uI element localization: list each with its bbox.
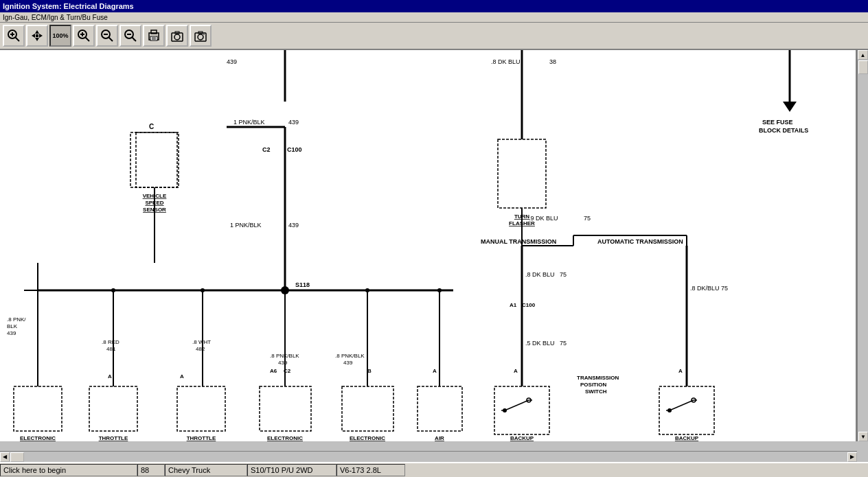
- svg-text:A: A: [180, 373, 184, 380]
- svg-text:C2: C2: [262, 146, 271, 153]
- svg-line-135: [505, 400, 529, 410]
- title-bar: Ignition System: Electrical Diagrams: [0, 0, 868, 12]
- svg-text:.8 RED: .8 RED: [102, 339, 119, 345]
- svg-text:482: 482: [196, 346, 205, 352]
- svg-text:.5 DK BLU: .5 DK BLU: [525, 340, 555, 347]
- svg-text:-: -: [133, 36, 135, 43]
- svg-rect-85: [89, 386, 137, 431]
- svg-text:AIR: AIR: [435, 435, 444, 441]
- right-scrollbar[interactable]: ▲ ▼: [857, 50, 868, 441]
- engine-text: V6-173 2.8L: [340, 466, 381, 474]
- svg-text:A: A: [433, 368, 437, 374]
- svg-text:439: 439: [227, 58, 237, 65]
- svg-text:.8 PNK/BLK: .8 PNK/BLK: [335, 353, 365, 359]
- svg-text:BACKUP: BACKUP: [510, 435, 534, 441]
- zoom-in-button[interactable]: [3, 25, 25, 47]
- svg-marker-5: [35, 38, 39, 41]
- svg-text:A: A: [678, 368, 683, 374]
- svg-rect-42: [130, 132, 179, 187]
- svg-rect-40: [136, 132, 177, 187]
- svg-text:SEE FUSE: SEE FUSE: [762, 119, 793, 126]
- svg-line-153: [670, 400, 694, 410]
- zoom-out2-button[interactable]: -: [119, 25, 141, 47]
- svg-rect-90: [177, 386, 225, 431]
- svg-rect-113: [498, 139, 546, 208]
- svg-text:TRANSMISSION: TRANSMISSION: [577, 375, 619, 381]
- svg-rect-96: [260, 386, 311, 431]
- svg-point-26: [174, 34, 180, 40]
- svg-line-1: [15, 37, 19, 41]
- svg-text:C100: C100: [287, 146, 302, 153]
- scroll-thumb[interactable]: [858, 60, 868, 74]
- svg-text:THROTTLE: THROTTLE: [99, 435, 128, 441]
- print-button[interactable]: [143, 25, 165, 47]
- svg-rect-22: [150, 36, 157, 40]
- model-text: S10/T10 P/U 2WD: [251, 466, 312, 474]
- camera2-button[interactable]: [190, 25, 212, 47]
- svg-text:A6: A6: [270, 368, 277, 374]
- pan-button[interactable]: [26, 25, 48, 47]
- svg-text:75: 75: [584, 215, 591, 222]
- svg-text:1 PNK/BLK: 1 PNK/BLK: [230, 222, 262, 229]
- svg-text:POSITION: POSITION: [580, 382, 606, 388]
- svg-text:1 PNK/BLK: 1 PNK/BLK: [233, 119, 265, 126]
- status-start-button[interactable]: Click here to begin: [0, 464, 137, 476]
- svg-text:AUTOMATIC TRANSMISSION: AUTOMATIC TRANSMISSION: [597, 238, 683, 245]
- svg-marker-6: [32, 34, 35, 38]
- svg-point-77: [365, 288, 369, 292]
- status-page: 88: [137, 464, 165, 476]
- svg-text:439: 439: [7, 330, 16, 336]
- svg-rect-101: [342, 386, 393, 431]
- svg-text:A: A: [514, 368, 518, 374]
- status-bar: Click here to begin 88 Chevy Truck S10/T…: [0, 462, 868, 477]
- svg-marker-7: [39, 34, 43, 38]
- svg-marker-163: [783, 102, 797, 112]
- svg-text:439: 439: [288, 119, 299, 126]
- svg-point-72: [111, 288, 115, 292]
- status-vehicle: Chevy Truck: [165, 464, 247, 476]
- svg-text:439: 439: [343, 360, 353, 366]
- svg-text:481: 481: [106, 346, 116, 352]
- h-scroll-thumb[interactable]: [10, 452, 24, 462]
- svg-text:A: A: [108, 373, 112, 380]
- zoom-out-button[interactable]: [96, 25, 118, 47]
- svg-text:S118: S118: [295, 281, 310, 288]
- svg-text:38: 38: [549, 58, 556, 65]
- svg-text:BACKUP: BACKUP: [675, 435, 699, 441]
- camera-button[interactable]: [166, 25, 188, 47]
- subtitle-bar: Ign-Gau, ECM/Ign & Turn/Bu Fuse: [0, 12, 868, 23]
- wiring-diagram: 439 1 PNK/BLK 439 C2 C100 C VEHICLE SPEE…: [0, 50, 857, 441]
- svg-text:THROTTLE: THROTTLE: [187, 435, 216, 441]
- diagram-area[interactable]: 439 1 PNK/BLK 439 C2 C100 C VEHICLE SPEE…: [0, 50, 857, 441]
- svg-text:75: 75: [721, 285, 728, 292]
- svg-text:.9 DK BLU: .9 DK BLU: [529, 215, 558, 222]
- zoom-in2-button[interactable]: [73, 25, 95, 47]
- svg-text:ELECTRONIC: ELECTRONIC: [267, 435, 303, 441]
- svg-rect-8: [36, 34, 38, 37]
- svg-text:.8 WHT: .8 WHT: [192, 339, 211, 345]
- svg-text:75: 75: [560, 271, 567, 278]
- svg-text:C: C: [149, 123, 154, 130]
- svg-text:439: 439: [288, 222, 299, 229]
- svg-text:MANUAL TRANSMISSION: MANUAL TRANSMISSION: [481, 238, 556, 245]
- app-title: Ignition System: Electrical Diagrams: [3, 2, 134, 10]
- bottom-scrollbar[interactable]: ◀ ▶: [0, 451, 857, 462]
- svg-text:75: 75: [560, 340, 567, 347]
- svg-text:.8 PNK/: .8 PNK/: [7, 316, 26, 323]
- zoom-100-button[interactable]: 100%: [49, 25, 71, 47]
- svg-rect-106: [418, 386, 462, 431]
- start-label: Click here to begin: [3, 466, 66, 474]
- svg-line-10: [85, 37, 89, 41]
- svg-point-79: [437, 288, 442, 292]
- page-number: 88: [141, 466, 149, 474]
- toolbar: 100% -: [0, 23, 868, 50]
- svg-text:A1: A1: [510, 302, 517, 308]
- svg-point-74: [201, 288, 205, 292]
- svg-text:C100: C100: [522, 302, 536, 308]
- status-engine: V6-173 2.8L: [336, 464, 405, 476]
- svg-text:ELECTRONIC: ELECTRONIC: [20, 435, 56, 441]
- subtitle-text: Ign-Gau, ECM/Ign & Turn/Bu Fuse: [3, 14, 108, 21]
- svg-rect-21: [151, 30, 157, 34]
- svg-text:ELECTRONIC: ELECTRONIC: [350, 435, 385, 441]
- svg-text:.8 DK BLU: .8 DK BLU: [525, 271, 555, 278]
